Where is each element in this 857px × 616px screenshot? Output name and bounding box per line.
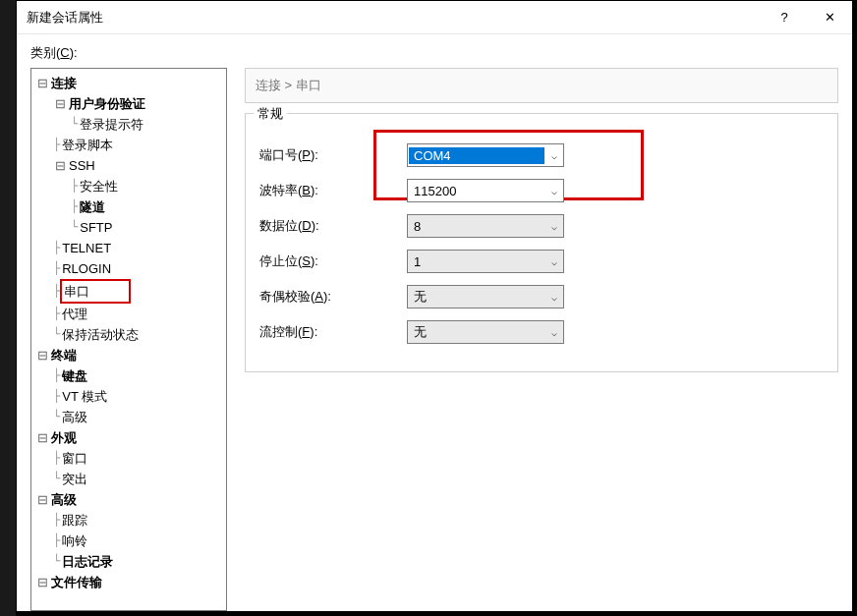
chevron-down-icon[interactable]: ⌵ bbox=[545, 186, 563, 196]
collapse-icon[interactable]: ⊟ bbox=[35, 572, 49, 592]
tree-item-rlogin[interactable]: ├RLOGIN bbox=[31, 258, 226, 279]
help-button[interactable]: ? bbox=[762, 1, 807, 34]
tree-item-telnet[interactable]: ├TELNET bbox=[31, 238, 226, 258]
port-combo[interactable]: COM4 ⌵ bbox=[407, 143, 564, 167]
panes: ⊟连接 ⊟用户身份验证 └登录提示符 ├登录脚本 ⊟SSH ├安全性 ├隧道 └… bbox=[30, 68, 838, 611]
dialog-content: 类别(C): ⊟连接 ⊟用户身份验证 └登录提示符 ├登录脚本 ⊟SSH ├安全… bbox=[17, 34, 852, 611]
settings-pane: 连接 > 串口 常规 端口号(P): COM4 ⌵ 波特率(B): bbox=[245, 68, 838, 611]
collapse-icon[interactable]: ⊟ bbox=[35, 427, 49, 448]
category-tree[interactable]: ⊟连接 ⊟用户身份验证 └登录提示符 ├登录脚本 ⊟SSH ├安全性 ├隧道 └… bbox=[30, 68, 227, 611]
tree-item-serial[interactable]: ├串口 bbox=[31, 279, 226, 304]
label-databits: 数据位(D): bbox=[259, 217, 407, 235]
flow-combo[interactable]: 无 ⌵ bbox=[407, 320, 564, 344]
breadcrumb: 连接 > 串口 bbox=[245, 68, 838, 103]
databits-combo[interactable]: 8 ⌵ bbox=[407, 214, 564, 238]
parity-combo[interactable]: 无 ⌵ bbox=[407, 285, 564, 308]
tree-item-advanced1[interactable]: └高级 bbox=[31, 407, 226, 427]
chevron-down-icon[interactable]: ⌵ bbox=[545, 327, 563, 338]
tree-item-trace[interactable]: ├跟踪 bbox=[31, 510, 226, 531]
tree-item-keyboard[interactable]: ├键盘 bbox=[31, 365, 226, 386]
dialog-title: 新建会话属性 bbox=[27, 9, 762, 27]
chevron-down-icon[interactable]: ⌵ bbox=[545, 292, 563, 303]
tree-item-logging[interactable]: └日志记录 bbox=[31, 551, 226, 572]
tree-item-tunnel[interactable]: ├隧道 bbox=[31, 196, 226, 217]
row-parity: 奇偶校验(A): 无 ⌵ bbox=[259, 279, 824, 314]
chevron-down-icon[interactable]: ⌵ bbox=[545, 256, 563, 267]
label-port: 端口号(P): bbox=[259, 146, 407, 164]
collapse-icon[interactable]: ⊟ bbox=[35, 73, 49, 93]
tree-item-keepalive[interactable]: └保持活动状态 bbox=[31, 324, 226, 345]
tree-item-security[interactable]: ├安全性 bbox=[31, 176, 226, 196]
tree-item-login-script[interactable]: ├登录脚本 bbox=[31, 135, 226, 155]
editor-gutter bbox=[0, 0, 16, 616]
titlebar: 新建会话属性 ? ✕ bbox=[17, 1, 852, 34]
label-parity: 奇偶校验(A): bbox=[259, 288, 407, 306]
collapse-icon[interactable]: ⊟ bbox=[35, 345, 49, 365]
label-flow: 流控制(F): bbox=[259, 323, 407, 341]
tree-item-login-prompt[interactable]: └登录提示符 bbox=[31, 114, 226, 135]
baud-combo[interactable]: 115200 ⌵ bbox=[407, 179, 564, 202]
tree-item-ssh[interactable]: ⊟SSH bbox=[31, 155, 226, 176]
row-databits: 数据位(D): 8 ⌵ bbox=[259, 208, 824, 244]
tree-item-highlight[interactable]: └突出 bbox=[31, 469, 226, 489]
collapse-icon[interactable]: ⊟ bbox=[53, 93, 67, 114]
collapse-icon[interactable]: ⊟ bbox=[35, 489, 49, 510]
collapse-icon[interactable]: ⊟ bbox=[53, 155, 67, 176]
tree-item-auth[interactable]: ⊟用户身份验证 bbox=[31, 93, 226, 114]
tree-item-filetransfer[interactable]: ⊟文件传输 bbox=[31, 572, 226, 592]
tree-item-appearance[interactable]: ⊟外观 bbox=[31, 427, 226, 448]
tree-item-window[interactable]: ├窗口 bbox=[31, 448, 226, 469]
stopbits-combo[interactable]: 1 ⌵ bbox=[407, 250, 564, 273]
tree-item-sftp[interactable]: └SFTP bbox=[31, 217, 226, 238]
label-stopbits: 停止位(S): bbox=[259, 252, 407, 270]
category-label: 类别(C): bbox=[30, 44, 838, 62]
tree-item-vtmode[interactable]: ├VT 模式 bbox=[31, 386, 226, 407]
new-session-dialog: 新建会话属性 ? ✕ 类别(C): ⊟连接 ⊟用户身份验证 └登录提示符 ├登录… bbox=[16, 0, 853, 612]
row-stopbits: 停止位(S): 1 ⌵ bbox=[259, 244, 824, 279]
tree-item-terminal[interactable]: ⊟终端 bbox=[31, 345, 226, 365]
tree-item-connection[interactable]: ⊟连接 bbox=[31, 73, 226, 93]
row-flow: 流控制(F): 无 ⌵ bbox=[259, 314, 824, 350]
tree-item-bell[interactable]: ├响铃 bbox=[31, 531, 226, 551]
general-group: 常规 端口号(P): COM4 ⌵ 波特率(B): 115200 ⌵ bbox=[245, 113, 838, 372]
chevron-down-icon[interactable]: ⌵ bbox=[545, 150, 563, 161]
label-baud: 波特率(B): bbox=[259, 182, 407, 199]
chevron-down-icon[interactable]: ⌵ bbox=[545, 221, 563, 232]
row-port: 端口号(P): COM4 ⌵ bbox=[259, 138, 824, 173]
group-legend: 常规 bbox=[254, 105, 287, 123]
tree-item-advanced[interactable]: ⊟高级 bbox=[31, 489, 226, 510]
close-button[interactable]: ✕ bbox=[807, 1, 852, 34]
tree-item-proxy[interactable]: ├代理 bbox=[31, 304, 226, 324]
row-baud: 波特率(B): 115200 ⌵ bbox=[259, 173, 824, 208]
